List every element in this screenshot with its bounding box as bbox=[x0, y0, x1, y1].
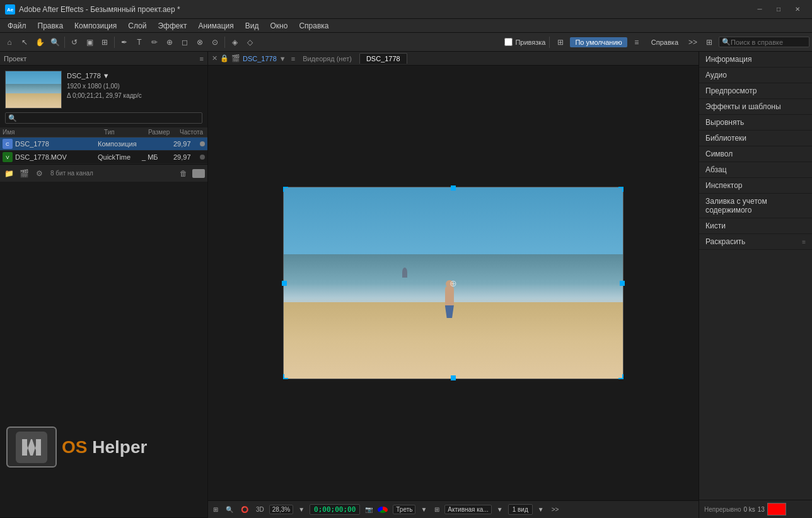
handle-bottom-left[interactable] bbox=[283, 374, 288, 379]
menu-composition[interactable]: Композиция bbox=[69, 20, 122, 32]
clone-tool[interactable]: ⊕ bbox=[163, 35, 177, 49]
lock-icon[interactable]: 🔒 bbox=[220, 54, 229, 62]
menu-layer[interactable]: Слой bbox=[123, 20, 151, 32]
comp-more-tools-btn[interactable]: >> bbox=[549, 505, 562, 514]
comp-zoom-display[interactable]: 28,3% bbox=[269, 505, 293, 514]
expand-panels-btn[interactable]: ⊞ bbox=[554, 35, 567, 49]
handle-left[interactable] bbox=[282, 281, 287, 286]
colorize-menu-icon[interactable]: ≡ bbox=[802, 238, 806, 245]
help-label[interactable]: Справка bbox=[646, 37, 683, 47]
shape-tool[interactable]: ▣ bbox=[83, 35, 96, 49]
comp-resolution-display[interactable]: Активная ка... bbox=[444, 505, 491, 514]
comp-3d-btn[interactable]: 3D bbox=[253, 505, 267, 514]
hand-tool[interactable]: ✋ bbox=[33, 35, 47, 49]
color-wheel-icon bbox=[378, 507, 388, 513]
project-color-btn[interactable] bbox=[192, 169, 205, 178]
project-new-folder-btn[interactable]: 📁 bbox=[3, 167, 15, 180]
project-delete-btn[interactable]: 🗑 bbox=[177, 167, 190, 180]
right-panel-libraries[interactable]: Библиотеки bbox=[699, 131, 812, 146]
composition-canvas: ⊕ bbox=[283, 187, 624, 379]
close-comp-icon[interactable]: ✕ bbox=[212, 54, 218, 62]
right-panel-brushes[interactable]: Кисти bbox=[699, 218, 812, 234]
eraser-tool[interactable]: ◻ bbox=[178, 35, 192, 49]
comp-snapshot-btn[interactable]: 📷 bbox=[362, 505, 375, 514]
col-type-header[interactable]: Тип bbox=[104, 129, 148, 136]
maximize-button[interactable]: □ bbox=[769, 3, 788, 16]
right-panel-audio[interactable]: Аудио bbox=[699, 68, 812, 83]
menu-window[interactable]: Окно bbox=[265, 20, 293, 32]
col-size-header[interactable]: Размер bbox=[148, 129, 180, 136]
workspace-options-btn[interactable]: ≡ bbox=[630, 35, 644, 49]
comp-panel-menu-icon[interactable]: ≡ bbox=[291, 55, 295, 62]
project-search-input[interactable] bbox=[5, 112, 202, 124]
comp-zoom-dropdown[interactable]: ▼ bbox=[296, 505, 307, 514]
right-panel-info[interactable]: Информация bbox=[699, 52, 812, 68]
help-search-input[interactable] bbox=[731, 38, 806, 46]
right-panel-bottom: Непрерывно 0 ks 13 bbox=[699, 500, 812, 518]
comp-channel-dropdown[interactable]: ▼ bbox=[418, 505, 429, 514]
expand-right-btn[interactable]: >> bbox=[686, 35, 700, 49]
project-new-comp-btn[interactable]: 🎬 bbox=[18, 167, 30, 180]
composition-viewer[interactable]: ⊕ bbox=[208, 66, 699, 500]
right-panel-preview[interactable]: Предпросмотр bbox=[699, 83, 812, 99]
right-panel-paragraph[interactable]: Абзац bbox=[699, 162, 812, 178]
light-tool[interactable]: ◇ bbox=[243, 35, 257, 49]
separator-2 bbox=[114, 37, 115, 48]
default-workspace-btn[interactable]: По умолчанию bbox=[570, 37, 627, 47]
comp-mask-btn[interactable]: ⭕ bbox=[238, 505, 251, 514]
window-title: Adobe After Effects - Безымянный проект.… bbox=[19, 5, 750, 14]
close-button[interactable]: ✕ bbox=[788, 3, 807, 16]
minimize-button[interactable]: ─ bbox=[750, 3, 769, 16]
comp-tab-main[interactable]: DSC_1778 bbox=[359, 53, 407, 64]
menu-file[interactable]: Файл bbox=[3, 20, 32, 32]
bit-depth-label[interactable]: 8 бит на канал bbox=[50, 170, 93, 177]
handle-top-left[interactable] bbox=[283, 187, 288, 192]
comp-snap-btn[interactable]: 🔍 bbox=[223, 505, 236, 514]
handle-bottom[interactable] bbox=[451, 375, 456, 380]
brush-tool[interactable]: ✏ bbox=[148, 35, 161, 49]
project-panel-menu-icon[interactable]: ≡ bbox=[200, 55, 204, 62]
puppet-tool[interactable]: ⊙ bbox=[208, 35, 222, 49]
rotate-tool[interactable]: ↺ bbox=[67, 35, 81, 49]
comp-view-dropdown[interactable]: ▼ bbox=[535, 505, 547, 514]
menu-edit[interactable]: Правка bbox=[33, 20, 69, 32]
right-panel-colorize[interactable]: Раскрасить ≡ bbox=[699, 234, 812, 250]
project-item-video[interactable]: V DSC_1778.MOV QuickTime _ МБ 29,97 bbox=[0, 151, 207, 164]
home-button[interactable]: ⌂ bbox=[3, 35, 16, 49]
project-settings-btn[interactable]: ⚙ bbox=[33, 167, 45, 180]
menu-help[interactable]: Справка bbox=[294, 20, 334, 32]
transform-tool[interactable]: ⊞ bbox=[98, 35, 112, 49]
menu-animation[interactable]: Анимация bbox=[193, 20, 238, 32]
comp-dropdown-icon[interactable]: ▼ bbox=[279, 55, 286, 62]
col-fps-header[interactable]: Частота bbox=[180, 129, 205, 136]
handle-top[interactable] bbox=[451, 185, 456, 191]
text-tool[interactable]: T bbox=[132, 35, 146, 49]
right-panel-symbol[interactable]: Символ bbox=[699, 146, 812, 162]
comp-view-display[interactable]: 1 вид bbox=[508, 504, 533, 515]
handle-right[interactable] bbox=[620, 281, 625, 286]
menu-view[interactable]: Вид bbox=[240, 20, 264, 32]
comp-channel-display[interactable]: Треть bbox=[393, 505, 415, 514]
project-footer: 📁 🎬 ⚙ 8 бит на канал 🗑 bbox=[0, 164, 207, 182]
right-panel-content-fill[interactable]: Заливка с учетом содержимого bbox=[699, 194, 812, 218]
workspace-icon-btn[interactable]: ⊞ bbox=[702, 35, 716, 49]
color-swatch-preview[interactable] bbox=[767, 503, 786, 515]
snap-checkbox[interactable]: Привязка bbox=[504, 38, 545, 46]
comp-resolution-dropdown[interactable]: ▼ bbox=[494, 505, 506, 514]
comp-timecode-display[interactable]: 0;00;00;00 bbox=[310, 504, 360, 515]
handle-top-right[interactable] bbox=[618, 187, 624, 192]
comp-pixel-aspect-btn[interactable]: ⊞ bbox=[432, 505, 442, 514]
zoom-tool[interactable]: 🔍 bbox=[48, 35, 62, 49]
right-panel-effects[interactable]: Эффекты и шаблоны bbox=[699, 99, 812, 115]
camera-tool[interactable]: ◈ bbox=[228, 35, 241, 49]
select-tool[interactable]: ↖ bbox=[18, 35, 32, 49]
col-name-header[interactable]: Имя bbox=[3, 129, 104, 136]
project-item-comp[interactable]: C DSC_1778 Композиция 29,97 bbox=[0, 138, 207, 151]
pen-tool[interactable]: ✒ bbox=[117, 35, 131, 49]
handle-bottom-right[interactable] bbox=[618, 374, 624, 379]
comp-grid-btn[interactable]: ⊞ bbox=[211, 505, 221, 514]
right-panel-inspector[interactable]: Инспектор bbox=[699, 178, 812, 194]
menu-effect[interactable]: Эффект bbox=[153, 20, 192, 32]
roto-tool[interactable]: ⊗ bbox=[193, 35, 207, 49]
right-panel-align[interactable]: Выровнять bbox=[699, 115, 812, 131]
